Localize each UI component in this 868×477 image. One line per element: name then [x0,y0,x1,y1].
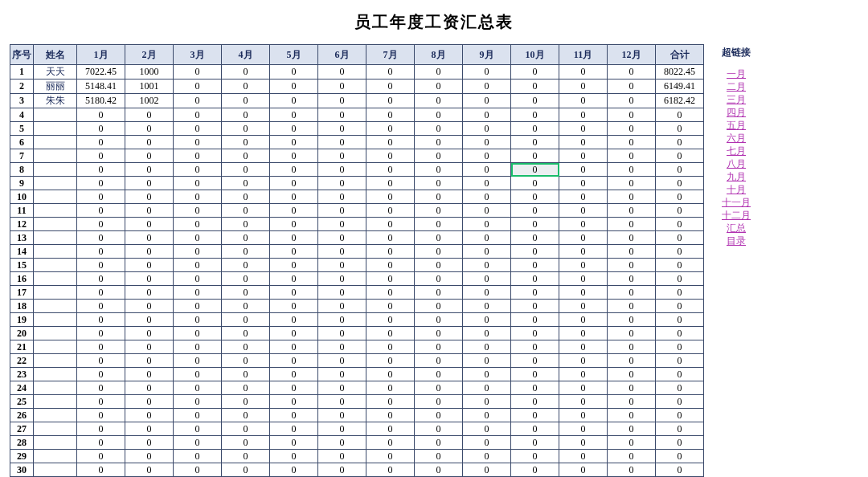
cell-month[interactable]: 0 [77,177,125,190]
cell-month[interactable]: 0 [174,395,222,409]
cell-month[interactable]: 0 [559,163,608,177]
cell-month[interactable]: 0 [366,368,415,381]
cell-name[interactable] [34,259,77,272]
cell-month[interactable]: 0 [415,463,463,477]
cell-month[interactable]: 0 [270,463,318,477]
cell-sum[interactable]: 0 [656,395,704,409]
cell-month[interactable]: 0 [511,204,559,218]
cell-month[interactable]: 0 [77,300,125,313]
cell-month[interactable]: 0 [415,136,463,149]
cell-month[interactable]: 0 [366,450,415,463]
cell-month[interactable]: 0 [222,218,270,231]
cell-month[interactable]: 0 [270,450,318,463]
cell-month[interactable]: 0 [463,122,511,136]
cell-month[interactable]: 0 [415,108,463,122]
cell-month[interactable]: 0 [270,108,318,122]
col-month-12[interactable]: 12月 [608,45,656,65]
cell-month[interactable]: 0 [77,409,125,422]
cell-month[interactable]: 0 [270,122,318,136]
cell-month[interactable]: 0 [415,286,463,300]
cell-month[interactable]: 0 [77,395,125,409]
cell-month[interactable]: 0 [559,409,608,422]
cell-month[interactable]: 0 [222,122,270,136]
cell-seq[interactable]: 3 [10,94,34,108]
cell-month[interactable]: 0 [318,177,366,190]
cell-month[interactable]: 0 [366,381,415,395]
cell-month[interactable]: 0 [559,436,608,450]
cell-month[interactable]: 0 [511,340,559,354]
cell-month[interactable]: 0 [463,327,511,340]
cell-name[interactable] [34,136,77,149]
cell-month[interactable]: 0 [125,149,174,163]
col-month-8[interactable]: 8月 [415,45,463,65]
cell-seq[interactable]: 10 [10,190,34,204]
cell-sum[interactable]: 0 [656,272,704,286]
cell-month[interactable]: 0 [125,436,174,450]
cell-name[interactable] [34,381,77,395]
cell-month[interactable]: 0 [270,204,318,218]
cell-month[interactable]: 0 [174,94,222,108]
hyperlink-item[interactable]: 三月 [717,93,755,106]
cell-month[interactable]: 0 [222,327,270,340]
cell-sum[interactable]: 0 [656,409,704,422]
cell-month[interactable]: 0 [270,272,318,286]
cell-seq[interactable]: 9 [10,177,34,190]
cell-month[interactable]: 0 [125,163,174,177]
cell-month[interactable]: 0 [511,354,559,368]
cell-month[interactable]: 0 [463,368,511,381]
cell-month[interactable]: 0 [222,136,270,149]
cell-month[interactable]: 0 [174,354,222,368]
cell-month[interactable]: 1001 [125,80,174,94]
cell-month[interactable]: 0 [125,286,174,300]
cell-month[interactable]: 0 [463,409,511,422]
cell-month[interactable]: 0 [559,94,608,108]
cell-month[interactable]: 0 [366,340,415,354]
cell-month[interactable]: 0 [463,80,511,94]
cell-sum[interactable]: 0 [656,313,704,327]
cell-month[interactable]: 0 [174,327,222,340]
cell-month[interactable]: 5180.42 [77,94,125,108]
cell-month[interactable]: 0 [463,245,511,259]
cell-month[interactable]: 0 [270,300,318,313]
cell-month[interactable]: 1002 [125,94,174,108]
cell-month[interactable]: 0 [511,80,559,94]
cell-sum[interactable]: 0 [656,286,704,300]
cell-month[interactable]: 0 [125,259,174,272]
cell-month[interactable]: 0 [559,340,608,354]
col-month-10[interactable]: 10月 [511,45,559,65]
hyperlink-item[interactable]: 四月 [717,106,755,119]
cell-month[interactable]: 0 [463,463,511,477]
cell-month[interactable]: 0 [463,218,511,231]
cell-month[interactable]: 0 [270,218,318,231]
cell-month[interactable]: 0 [270,436,318,450]
cell-month[interactable]: 0 [511,450,559,463]
cell-month[interactable]: 0 [559,327,608,340]
cell-month[interactable]: 0 [318,354,366,368]
cell-month[interactable]: 0 [270,368,318,381]
cell-seq[interactable]: 27 [10,422,34,436]
cell-month[interactable]: 0 [608,149,656,163]
cell-month[interactable]: 0 [318,108,366,122]
cell-sum[interactable]: 0 [656,422,704,436]
cell-month[interactable]: 0 [559,368,608,381]
cell-month[interactable]: 0 [222,395,270,409]
cell-month[interactable]: 0 [559,231,608,245]
cell-month[interactable]: 0 [463,259,511,272]
cell-seq[interactable]: 29 [10,450,34,463]
cell-month[interactable]: 0 [415,340,463,354]
cell-month[interactable]: 0 [559,259,608,272]
cell-month[interactable]: 0 [559,381,608,395]
cell-month[interactable]: 0 [366,463,415,477]
cell-month[interactable]: 0 [77,259,125,272]
cell-month[interactable]: 0 [415,177,463,190]
cell-month[interactable]: 0 [511,300,559,313]
cell-month[interactable]: 0 [77,231,125,245]
hyperlink-item[interactable]: 十二月 [717,209,755,222]
cell-month[interactable]: 0 [174,436,222,450]
cell-month[interactable]: 0 [270,340,318,354]
cell-month[interactable]: 0 [270,259,318,272]
cell-seq[interactable]: 21 [10,340,34,354]
cell-month[interactable]: 0 [415,218,463,231]
cell-sum[interactable]: 0 [656,381,704,395]
cell-month[interactable]: 0 [125,177,174,190]
